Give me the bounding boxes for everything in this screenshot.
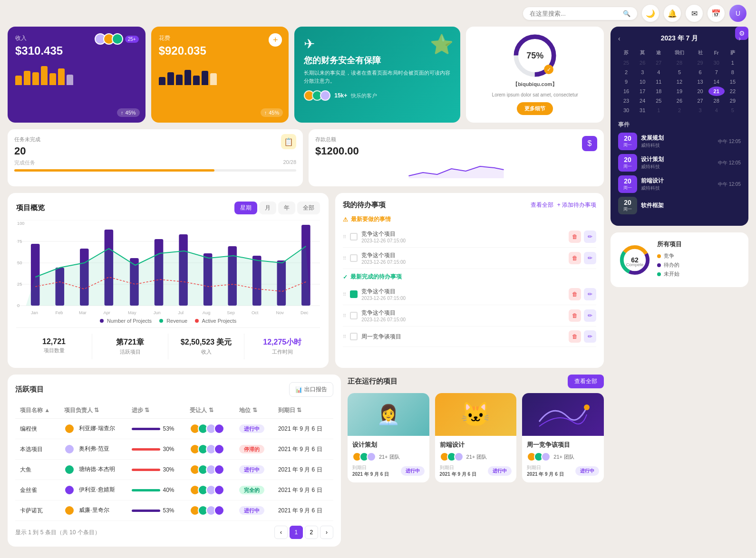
donut-more-button[interactable]: 更多细节 (517, 102, 553, 115)
svg-text:75: 75 (17, 239, 22, 244)
todo-delete-5[interactable]: 🗑 (569, 330, 581, 343)
run-av-3 (367, 452, 376, 462)
drag-handle-5[interactable]: ⠿ (343, 334, 346, 339)
cal-cell[interactable]: 5 (667, 67, 692, 77)
todo-delete-4[interactable]: 🗑 (569, 309, 581, 322)
cal-cell[interactable]: 15 (725, 77, 741, 87)
cal-cell[interactable]: 1 (650, 106, 667, 115)
next-page-btn[interactable]: › (320, 526, 333, 539)
cal-cell[interactable]: 9 (618, 77, 634, 87)
tab-all[interactable]: 全部 (297, 202, 320, 214)
cal-cell[interactable]: 29 (725, 96, 741, 106)
cal-cell[interactable]: 23 (618, 96, 634, 106)
tab-week[interactable]: 星期 (234, 202, 257, 214)
drag-handle-4[interactable]: ⠿ (343, 313, 346, 318)
cal-cell[interactable]: 27 (650, 58, 667, 67)
cal-cell[interactable]: 28 (708, 96, 725, 106)
cal-cell[interactable]: 20 (692, 87, 708, 96)
mail-button[interactable]: ✉ (686, 5, 703, 22)
cal-cell[interactable]: 5 (725, 106, 741, 115)
cal-cell[interactable]: 1 (725, 58, 741, 67)
cal-cell[interactable]: 26 (667, 96, 692, 106)
moon-button[interactable]: 🌙 (642, 5, 659, 22)
search-box[interactable]: 🔍 (523, 7, 637, 20)
tab-month[interactable]: 月 (259, 202, 276, 214)
todo-edit-4[interactable]: ✏ (584, 309, 596, 322)
todo-check-1[interactable] (350, 233, 358, 241)
todo-delete-1[interactable]: 🗑 (569, 231, 581, 243)
col-due: 到期日 ⇅ (273, 403, 333, 419)
cal-cell[interactable]: 24 (634, 96, 650, 106)
cal-cell[interactable]: 17 (634, 87, 650, 96)
cal-cell[interactable]: 6 (692, 67, 708, 77)
todo-add-btn[interactable]: + 添加待办事项 (557, 201, 596, 209)
cal-cell[interactable]: 4 (708, 106, 725, 115)
donut-chart: 75% ✓ (514, 34, 556, 77)
bar-3 (32, 72, 39, 86)
cal-cell[interactable]: 16 (618, 87, 634, 96)
view-all-button[interactable]: 查看全部 (568, 375, 604, 388)
page-2-btn[interactable]: 2 (305, 526, 318, 539)
cal-today[interactable]: 21 (708, 87, 725, 96)
todo-actions-3: 🗑 ✏ (569, 288, 596, 300)
cal-cell[interactable]: 2 (618, 67, 634, 77)
todo-edit-2[interactable]: ✏ (584, 252, 596, 264)
event-day-label-2: 周一 (622, 164, 633, 170)
todo-edit-5[interactable]: ✏ (584, 330, 596, 343)
cal-cell[interactable]: 2 (667, 106, 692, 115)
cal-cell[interactable]: 12 (667, 77, 692, 87)
cal-cell[interactable]: 31 (634, 106, 650, 115)
todo-view-all[interactable]: 查看全部 (531, 201, 553, 209)
page-1-btn[interactable]: 1 (290, 526, 303, 539)
cal-cell[interactable]: 10 (634, 77, 650, 87)
cal-cell[interactable]: 28 (667, 58, 692, 67)
cal-cell[interactable]: 19 (667, 87, 692, 96)
cal-next-button[interactable]: › (738, 35, 741, 42)
cal-cell[interactable]: 25 (618, 58, 634, 67)
prev-page-btn[interactable]: ‹ (274, 526, 288, 539)
cal-cell[interactable]: 25 (650, 96, 667, 106)
proj-donut: 62 Compete (618, 243, 651, 277)
search-input[interactable] (530, 10, 619, 17)
cal-cell[interactable]: 27 (692, 96, 708, 106)
cal-prev-button[interactable]: ‹ (618, 35, 620, 42)
drag-handle-2[interactable]: ⠿ (343, 256, 346, 261)
todo-delete-3[interactable]: 🗑 (569, 288, 581, 300)
cal-cell[interactable]: 13 (692, 77, 708, 87)
cal-cell[interactable]: 26 (634, 58, 650, 67)
todo-delete-2[interactable]: 🗑 (569, 252, 581, 264)
drag-handle-1[interactable]: ⠿ (343, 234, 346, 240)
event-name-1: 发展规划 (641, 134, 714, 142)
cal-cell[interactable]: 11 (650, 77, 667, 87)
expense-amount: $920.035 (159, 44, 281, 58)
tab-year[interactable]: 年 (278, 202, 295, 214)
cal-cell[interactable]: 14 (708, 77, 725, 87)
cal-cell[interactable]: 8 (725, 67, 741, 77)
user-avatar[interactable]: U (729, 5, 746, 22)
export-button[interactable]: 📊 出口报告 (289, 382, 333, 397)
calendar-button[interactable]: 📅 (708, 5, 725, 22)
calendar-settings-button[interactable]: ⚙ (735, 27, 748, 40)
cal-week-4: 23 24 25 26 27 28 29 (618, 96, 741, 106)
todo-check-4[interactable] (350, 312, 358, 319)
todo-item-urgent-3: ⠿ 竞争这个项目 2023-12-26 07:15:00 🗑 ✏ (343, 305, 596, 327)
middle-row: 项目概览 星期 月 年 全部 (8, 193, 604, 368)
bell-button[interactable]: 🔔 (664, 5, 681, 22)
cal-cell[interactable]: 3 (692, 106, 708, 115)
cal-cell[interactable]: 4 (650, 67, 667, 77)
todo-check-3[interactable] (350, 290, 358, 298)
cal-cell[interactable]: 7 (708, 67, 725, 77)
todo-edit-3[interactable]: ✏ (584, 288, 596, 300)
cal-day-2: 途 (650, 48, 667, 58)
cal-cell[interactable]: 30 (708, 58, 725, 67)
drag-handle-3[interactable]: ⠿ (343, 292, 346, 297)
todo-edit-1[interactable]: ✏ (584, 231, 596, 243)
cal-cell[interactable]: 3 (634, 67, 650, 77)
todo-check-2[interactable] (350, 254, 358, 262)
todo-check-5[interactable] (350, 333, 358, 340)
cal-cell[interactable]: 18 (650, 87, 667, 96)
table-row: 编程侠 利亚娜·瑞查尔 53% 进行中 2021 年 9 月 6 日 (15, 419, 333, 439)
cal-cell[interactable]: 29 (692, 58, 708, 67)
cal-cell[interactable]: 22 (725, 87, 741, 96)
cal-cell[interactable]: 30 (618, 106, 634, 115)
